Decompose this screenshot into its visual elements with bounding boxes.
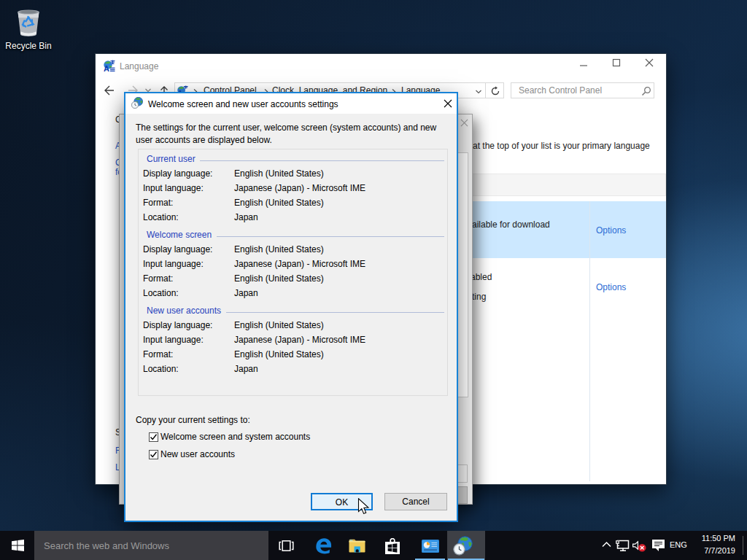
svg-text:A: A (104, 64, 109, 71)
